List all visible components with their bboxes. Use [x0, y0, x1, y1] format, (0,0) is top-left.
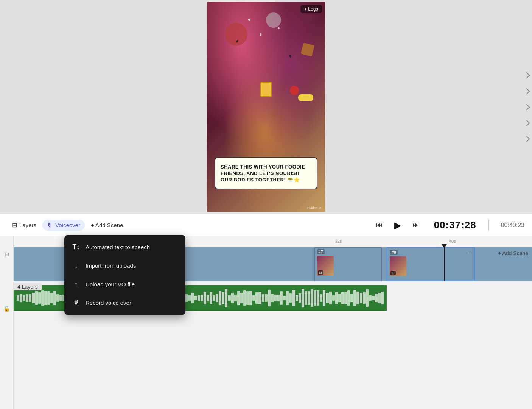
import-label: Import from uploads [86, 262, 136, 269]
add-scene-timeline-label: + Add Scene [498, 250, 528, 256]
chevron-right-icon-4 [524, 120, 530, 126]
watermark-text: invideo.io [307, 206, 321, 210]
tts-label: Automated text to speech [86, 244, 150, 250]
layers-count-badge: 4 Layers [14, 283, 42, 290]
note-card-text: SHARE THIS WITH YOUR FOODIE FRIENDS, AND… [221, 164, 311, 183]
record-label: Record voice over [86, 300, 131, 306]
add-scene-timeline-button[interactable]: + Add Scene [498, 250, 528, 256]
layers-count-text: 4 Layers [17, 284, 38, 290]
upload-icon: ↑ [72, 280, 80, 288]
record-icon: 🎙 [72, 299, 80, 307]
layers-button[interactable]: ⊟ Layers [8, 219, 41, 231]
chevron-right-icon-3 [524, 104, 530, 110]
transport-controls: ⏮ ▶ ⏭ 00:37:28 00:40:23 [373, 219, 524, 231]
play-button[interactable]: ▶ [392, 219, 404, 231]
chevron-right-icon-5 [524, 136, 530, 142]
voiceover-button[interactable]: 🎙 Voiceover [42, 220, 85, 231]
thumb-layers-icon-7: ⊟ [318, 270, 323, 275]
add-scene-label: + Add Scene [91, 222, 123, 228]
total-time: 00:40:23 [501, 222, 524, 229]
layers-icon: ⊟ [12, 222, 17, 229]
playhead [444, 247, 445, 281]
layers-label: Layers [19, 222, 36, 228]
import-icon: ↓ [72, 262, 80, 270]
record-menu-item[interactable]: 🎙 Record voice over [64, 293, 185, 312]
next-button[interactable]: ⏭ [410, 219, 422, 231]
current-time: 00:37:28 [434, 219, 476, 231]
voiceover-dropdown: T↕ Automated text to speech ↓ Import fro… [64, 235, 185, 315]
lock-icon: 🔒 [3, 306, 10, 312]
chevron-right-icon-2 [524, 88, 530, 94]
add-scene-button[interactable]: + Add Scene [86, 220, 128, 231]
scene-block-7[interactable]: #7 ⊟ [314, 247, 382, 281]
timeline-toolbar: ⊟ Layers 🎙 Voiceover + Add Scene ⏮ ▶ ⏭ 0… [0, 214, 532, 236]
tts-menu-item[interactable]: T↕ Automated text to speech [64, 238, 185, 256]
scene-block-8[interactable]: #8 ··· ⊟ [387, 247, 475, 281]
time-divider [488, 220, 489, 231]
scene-thumb-8: ⊟ [390, 256, 406, 276]
import-menu-item[interactable]: ↓ Import from uploads [64, 256, 185, 275]
right-panel-arrows [524, 73, 532, 141]
playhead-head [442, 244, 447, 248]
chevron-right-icon-1 [524, 72, 530, 78]
microphone-icon: 🎙 [47, 222, 53, 229]
scene-thumb-7: ⊟ [317, 256, 334, 276]
voiceover-label: Voiceover [55, 222, 80, 228]
ruler-mark-40s: 40s [449, 239, 456, 244]
prev-button[interactable]: ⏮ [373, 219, 386, 231]
upload-label: Upload your VO file [86, 281, 135, 287]
scene-more-8[interactable]: ··· [468, 250, 472, 256]
logo-button[interactable]: + Logo [300, 5, 322, 13]
scene-number-8: #8 [390, 250, 397, 255]
thumb-layers-icon-8: ⊟ [390, 271, 396, 275]
timeline-left-panel: ⊟ 🔒 [0, 236, 14, 409]
video-content: SHARE THIS WITH YOUR FOODIE FRIENDS, AND… [207, 2, 325, 212]
upload-menu-item[interactable]: ↑ Upload your VO file [64, 275, 185, 293]
tts-icon: T↕ [72, 243, 80, 251]
canvas-area: SHARE THIS WITH YOUR FOODIE FRIENDS, AND… [0, 0, 532, 214]
timeline-layers-icon: ⊟ [5, 251, 9, 257]
note-card: SHARE THIS WITH YOUR FOODIE FRIENDS, AND… [215, 157, 317, 189]
scene-number-7: #7 [317, 249, 325, 254]
ruler-mark-32s: 32s [335, 239, 342, 244]
video-preview: SHARE THIS WITH YOUR FOODIE FRIENDS, AND… [207, 2, 325, 212]
